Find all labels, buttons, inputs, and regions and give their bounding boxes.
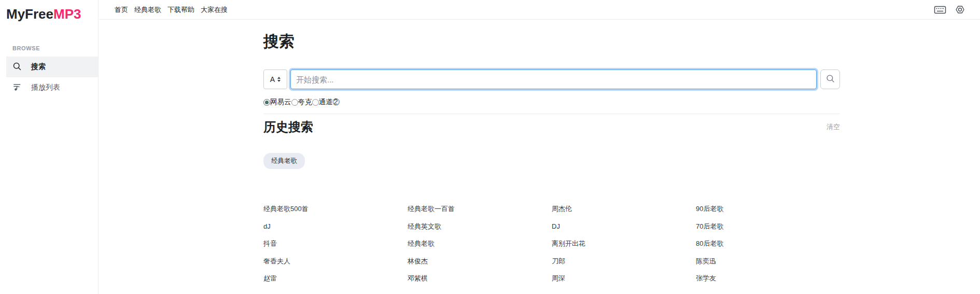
- hot-search-item[interactable]: 经典老歌: [408, 240, 552, 248]
- hot-search-item[interactable]: 刀郎: [552, 257, 696, 265]
- brand-logo-accent: MP3: [53, 6, 81, 22]
- search-input[interactable]: [290, 69, 817, 89]
- top-navigation: 首页 经典老歌 下载帮助 大家在搜: [115, 5, 228, 15]
- search-button[interactable]: [820, 69, 840, 89]
- nav-item-classic-songs[interactable]: 经典老歌: [134, 5, 161, 15]
- select-arrows-icon: [277, 77, 281, 82]
- page-title: 搜索: [263, 32, 840, 51]
- sidebar-item-label: 搜索: [31, 62, 46, 72]
- search-source-options: 网易云 夸克 通道②: [263, 97, 840, 107]
- radio-label: 通道②: [319, 97, 340, 107]
- clear-history-button[interactable]: 清空: [827, 122, 840, 132]
- radio-icon: [263, 99, 270, 106]
- hot-search-item[interactable]: 林俊杰: [408, 257, 552, 265]
- search-type-value: A: [270, 75, 275, 83]
- playlist-icon: [12, 82, 22, 93]
- sidebar-item-search[interactable]: 搜索: [6, 57, 98, 77]
- hot-search-item[interactable]: dJ: [263, 222, 408, 231]
- hot-search-item[interactable]: 70后老歌: [696, 222, 840, 231]
- sidebar: MyFreeMP3 BROWSE 搜索 播放列表: [0, 0, 99, 294]
- history-title: 历史搜索: [263, 119, 313, 135]
- hot-search-item[interactable]: 90后老歌: [696, 205, 840, 213]
- keyboard-icon[interactable]: [934, 5, 946, 15]
- hot-search-item[interactable]: 经典老歌一百首: [408, 205, 552, 213]
- hot-search-grid: 经典老歌500首 经典老歌一百首 周杰伦 90后老歌 dJ 经典英文歌 DJ 7…: [263, 205, 840, 292]
- history-tag[interactable]: 经典老歌: [263, 153, 305, 169]
- search-type-select[interactable]: A: [263, 69, 287, 89]
- nav-item-home[interactable]: 首页: [115, 5, 128, 15]
- nav-item-download-help[interactable]: 下载帮助: [167, 5, 194, 15]
- settings-icon[interactable]: [955, 4, 965, 15]
- search-icon: [825, 74, 835, 85]
- search-icon: [12, 62, 22, 73]
- section-divider: [263, 114, 840, 114]
- sidebar-item-playlist[interactable]: 播放列表: [6, 77, 98, 98]
- brand-logo[interactable]: MyFreeMP3: [6, 6, 98, 22]
- hot-search-item[interactable]: 张学友: [696, 274, 840, 283]
- hot-search-item[interactable]: 奢香夫人: [263, 257, 408, 265]
- hot-search-item[interactable]: 周杰伦: [552, 205, 696, 213]
- sidebar-section-label: BROWSE: [12, 45, 98, 51]
- radio-source-quark[interactable]: 夸克: [291, 97, 312, 107]
- hot-search-item[interactable]: 周深: [552, 274, 696, 283]
- brand-logo-dark: MyFree: [6, 6, 53, 22]
- topbar: 首页 经典老歌 下载帮助 大家在搜: [99, 0, 980, 20]
- radio-label: 网易云: [270, 97, 291, 107]
- radio-label: 夸克: [298, 97, 312, 107]
- radio-icon: [312, 99, 319, 106]
- radio-source-channel2[interactable]: 通道②: [312, 97, 340, 107]
- hot-search-item[interactable]: 80后老歌: [696, 240, 840, 248]
- hot-search-item[interactable]: DJ: [552, 222, 696, 231]
- radio-icon: [291, 99, 298, 106]
- hot-search-item[interactable]: 经典英文歌: [408, 222, 552, 231]
- hot-search-item[interactable]: 陈奕迅: [696, 257, 840, 265]
- search-bar: A: [263, 69, 840, 89]
- hot-search-item[interactable]: 离别开出花: [552, 240, 696, 248]
- hot-search-item[interactable]: 邓紫棋: [408, 274, 552, 283]
- main-content: 搜索 A 网易云 夸克 通道② 历史搜索 清空 经典老歌: [263, 20, 840, 292]
- radio-source-netease[interactable]: 网易云: [263, 97, 291, 107]
- sidebar-item-label: 播放列表: [31, 83, 60, 92]
- hot-search-item[interactable]: 赵雷: [263, 274, 408, 283]
- hot-search-item[interactable]: 经典老歌500首: [263, 205, 408, 213]
- nav-item-trending[interactable]: 大家在搜: [201, 5, 228, 15]
- hot-search-item[interactable]: 抖音: [263, 240, 408, 248]
- history-tags: 经典老歌: [263, 153, 840, 169]
